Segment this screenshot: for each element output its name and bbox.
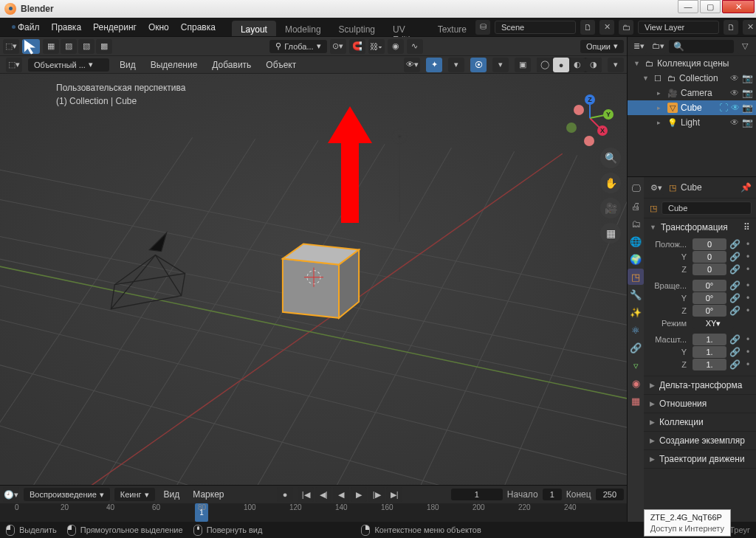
panel-motion[interactable]: ▶Траектории движени — [644, 450, 756, 468]
pin-icon[interactable]: 📌 — [740, 182, 752, 193]
scale-x[interactable]: 1. — [693, 334, 726, 345]
viewlayer-field[interactable]: View Layer — [638, 21, 719, 34]
tool-cursor-icon[interactable] — [22, 39, 40, 54]
gizmo-toggle[interactable]: ✦ — [426, 58, 442, 72]
proportional-edit-icon[interactable]: ◉ — [388, 39, 404, 54]
menu-window[interactable]: Окно — [142, 19, 175, 35]
nav-camera-icon[interactable]: 🎥 — [600, 198, 621, 218]
menu-add[interactable]: Добавить — [207, 58, 255, 72]
scale-z[interactable]: 1. — [693, 359, 726, 370]
tl-keying-dropdown[interactable]: Кеинг▾ — [114, 488, 155, 501]
scene-delete-icon[interactable]: ✕ — [599, 20, 614, 35]
tab-layout[interactable]: Layout — [232, 21, 276, 36]
shading-rendered-icon[interactable]: ◑ — [585, 58, 602, 72]
panel-instancing[interactable]: ▶Создание экземпляр — [644, 432, 756, 449]
proptab-physics-icon[interactable]: ⚛ — [628, 322, 644, 338]
scene-browse-icon[interactable]: ⛁ — [475, 20, 490, 35]
tl-next-key-icon[interactable]: |▶ — [368, 487, 385, 502]
panel-transform-header[interactable]: ▼Трансформация⠿ — [644, 218, 756, 236]
rot-z[interactable]: 0° — [693, 305, 726, 317]
tab-sculpting[interactable]: Sculpting — [330, 21, 384, 36]
xray-toggle[interactable]: ▣ — [515, 58, 531, 72]
outliner-display-icon[interactable]: 🗀▾ — [650, 39, 666, 54]
proptab-constraint-icon[interactable]: 🔗 — [628, 339, 644, 356]
pos-y[interactable]: 0 — [693, 251, 726, 263]
tl-jump-start-icon[interactable]: |◀ — [298, 487, 314, 502]
outliner-collection[interactable]: ▼☐🗀Collection 👁 📷 — [628, 71, 756, 86]
viewport-3d[interactable]: Пользовательская перспектива (1) Collect… — [0, 74, 627, 485]
editor-icon2[interactable]: ⬚▾ — [6, 58, 22, 72]
tl-editor-icon[interactable]: 🕘▾ — [3, 487, 19, 502]
proptab-output-icon[interactable]: 🖨 — [628, 198, 644, 214]
menu-select[interactable]: Выделение — [146, 58, 202, 72]
outliner-editor-icon[interactable]: ≣▾ — [630, 39, 647, 54]
snap-toggle[interactable]: 🧲 — [349, 39, 365, 54]
proptab-modifier-icon[interactable]: 🔧 — [628, 286, 644, 303]
panel-delta[interactable]: ▶Дельта-трансформа — [644, 376, 756, 394]
tl-view[interactable]: Вид — [159, 488, 185, 501]
outliner-scene-collection[interactable]: ▼🗀Коллекция сцены — [628, 56, 756, 71]
panel-relations[interactable]: ▶Отношения — [644, 395, 756, 413]
overlay-dd[interactable]: ▾ — [492, 58, 509, 72]
editor-type-icon[interactable]: ⬚▾ — [3, 39, 19, 54]
rot-x[interactable]: 0° — [693, 280, 726, 292]
rot-y[interactable]: 0° — [693, 292, 726, 304]
panel-collections[interactable]: ▶Коллекции — [644, 413, 756, 431]
tl-jump-end-icon[interactable]: ▶| — [386, 487, 402, 502]
tab-texture[interactable]: Texture — [429, 21, 475, 36]
tl-play-icon[interactable]: ▶ — [351, 487, 367, 502]
viewlayer-browse-icon[interactable]: 🗀 — [619, 20, 633, 35]
tl-marker[interactable]: Маркер — [188, 488, 228, 501]
tl-end-field[interactable]: 250 — [596, 489, 624, 500]
menu-file[interactable]: Файл — [12, 19, 46, 35]
props-editor-icon[interactable]: ⚙▾ — [648, 180, 664, 195]
proptab-particles-icon[interactable]: ✨ — [628, 304, 644, 320]
menu-edit[interactable]: Правка — [46, 19, 88, 35]
outliner-item-camera[interactable]: ▸🎥Camera 👁 📷 — [628, 86, 756, 100]
viewlayer-delete-icon[interactable]: ✕ — [743, 20, 756, 35]
tab-modeling[interactable]: Modeling — [276, 21, 330, 36]
visibility-dropdown[interactable]: 👁▾ — [404, 58, 420, 72]
proptab-scene-icon[interactable]: 🌐 — [628, 233, 644, 249]
tl-play-rev-icon[interactable]: ◀ — [333, 487, 349, 502]
nav-zoom-icon[interactable]: 🔍 — [600, 148, 621, 168]
pivot-dropdown[interactable]: ⊙▾ — [330, 39, 346, 54]
select-mode-1[interactable]: ▦ — [43, 39, 59, 54]
select-mode-2[interactable]: ▨ — [61, 39, 77, 54]
outliner-search[interactable]: 🔍 — [669, 40, 734, 53]
menu-help[interactable]: Справка — [175, 19, 221, 35]
pos-x[interactable]: 0 — [693, 238, 726, 250]
nav-gizmo[interactable]: X Y Z — [568, 96, 612, 140]
proptab-material-icon[interactable]: ◉ — [628, 375, 644, 391]
timeline-track[interactable]: 1 020406080100120140160180200220240 — [0, 503, 627, 522]
snap-dropdown-icon[interactable]: ⛓▾ — [368, 39, 385, 54]
tl-playback-dropdown[interactable]: Воспроизведение▾ — [24, 488, 110, 501]
pos-z[interactable]: 0 — [693, 263, 726, 275]
mode-dropdown[interactable]: Объектный ...▾ — [28, 58, 109, 72]
scene-new-icon[interactable]: 🗋 — [580, 20, 595, 35]
object-name-field[interactable]: Cube — [662, 201, 752, 215]
proptab-viewlayer-icon[interactable]: 🗂 — [628, 215, 644, 232]
select-mode-4[interactable]: ▩ — [96, 39, 112, 54]
tl-autokey-icon[interactable]: ● — [277, 487, 293, 502]
proptab-mesh-icon[interactable]: ▿ — [628, 357, 644, 373]
menu-object[interactable]: Объект — [261, 58, 300, 72]
outliner-filter-icon[interactable]: ▽ — [737, 39, 753, 54]
window-maximize-button[interactable]: ▢ — [700, 0, 721, 13]
proptab-render-icon[interactable]: 🖵 — [628, 180, 644, 196]
tab-uv-editing[interactable]: UV Editing — [384, 21, 429, 36]
shading-matprev-icon[interactable]: ◐ — [569, 58, 585, 72]
tl-start-field[interactable]: 1 — [543, 489, 562, 500]
proptab-texture-icon[interactable]: ▦ — [628, 393, 644, 409]
proportional-curve-icon[interactable]: ∿ — [407, 39, 423, 54]
shading-wire-icon[interactable]: ◯ — [537, 58, 553, 72]
scale-y[interactable]: 1. — [693, 346, 726, 358]
proptab-object-icon[interactable]: ◳ — [628, 269, 644, 285]
outliner-item-cube[interactable]: ▸▽Cube ⛶ 👁 📷 — [628, 100, 756, 115]
nav-pan-icon[interactable]: ✋ — [600, 173, 621, 193]
tl-current-frame[interactable]: 1 — [451, 489, 503, 500]
viewlayer-new-icon[interactable]: 🗋 — [724, 20, 738, 35]
menu-view[interactable]: Вид — [115, 58, 140, 72]
outliner-item-light[interactable]: ▸💡Light 👁 📷 — [628, 115, 756, 130]
proptab-world-icon[interactable]: 🌍 — [628, 251, 644, 267]
